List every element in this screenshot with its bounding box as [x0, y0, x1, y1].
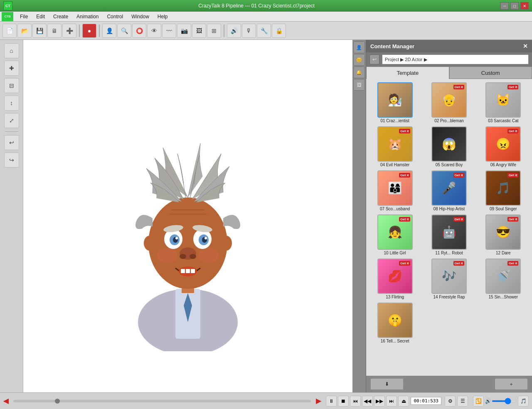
char-thumb-3[interactable]: 🐱 Get it	[485, 82, 521, 118]
toolbar-circle[interactable]: ⭕	[132, 24, 146, 38]
tool-home[interactable]: ⌂	[4, 43, 19, 58]
loop-button[interactable]: 🔁	[473, 396, 484, 407]
music-button[interactable]: 🎵	[518, 396, 529, 407]
toolbar-morph[interactable]: 〰	[162, 24, 176, 38]
list-item[interactable]: 🚿 Get it 15 Sin...Shower	[478, 259, 529, 299]
list-item[interactable]: 😎 Get it 12 Dare	[478, 214, 529, 255]
rs-face-tab[interactable]: 😊	[353, 54, 365, 66]
char-thumb-7[interactable]: 👨‍👩‍👦 Get it	[377, 170, 413, 206]
sidebar-separator	[5, 131, 18, 132]
char-thumb-13[interactable]: 💋 Get it	[377, 259, 413, 294]
menu-file[interactable]: File	[17, 13, 31, 20]
get-it-badge: Get it	[399, 261, 410, 266]
char-thumb-14[interactable]: 🎶 Get it	[431, 259, 467, 294]
list-item[interactable]: 🤖 Get it 11 Ryt... Robot	[424, 214, 474, 255]
menu-window[interactable]: Window	[128, 13, 153, 20]
pause-button[interactable]: ⏸	[326, 396, 337, 407]
toolbar-eye[interactable]: 👁	[147, 24, 161, 38]
toolbar-search[interactable]: 🔍	[117, 24, 131, 38]
list-item[interactable]: 🎶 Get it 14 Freestyle Rap	[424, 259, 474, 299]
toolbar-mic[interactable]: 🎙	[242, 24, 256, 38]
toolbar-add[interactable]: ➕	[62, 24, 76, 38]
stop-button[interactable]: ⏹	[338, 396, 349, 407]
char-thumb-16[interactable]: 🤫	[377, 303, 413, 338]
toolbar-lock[interactable]: 🔒	[272, 24, 286, 38]
tool-redo[interactable]: ↪	[4, 153, 19, 168]
app-icon: CT8	[2, 12, 13, 21]
timeline-thumb[interactable]	[55, 399, 60, 404]
skip-back-button[interactable]: ⏮	[350, 396, 361, 407]
rewind-button[interactable]: ◀◀	[362, 396, 373, 407]
toolbar-grid[interactable]: ⊞	[207, 24, 221, 38]
skip-forward-button[interactable]: ⏭	[386, 396, 397, 407]
list-item[interactable]: 👨‍👩‍👦 Get it 07 Sco...usband	[369, 170, 420, 211]
char-thumb-9[interactable]: 🎵 Get it	[485, 170, 521, 206]
toolbar-new[interactable]: 📄	[2, 24, 17, 38]
close-button[interactable]: ✕	[520, 2, 529, 10]
download-button[interactable]: ⬇	[370, 378, 404, 390]
char-thumb-4[interactable]: 🐹 Get it	[377, 126, 413, 162]
eject-button[interactable]: ⏏	[398, 396, 409, 407]
list-item[interactable]: 🧑‍🔬 01 Craz...ientist	[369, 82, 420, 123]
rs-actor-tab[interactable]: 👤	[353, 42, 365, 53]
window-title: CrazyTalk 8 Pipeline --- 01 Crazy Scient…	[198, 3, 314, 9]
nav-back-button[interactable]: ↩	[369, 54, 379, 64]
char-thumb-8[interactable]: 🎤 Get it	[431, 170, 467, 206]
char-thumb-11[interactable]: 🤖 Get it	[431, 214, 467, 250]
fast-forward-button[interactable]: ▶▶	[374, 396, 385, 407]
list-item[interactable]: 😠 Get it 06 Angry Wife	[478, 126, 529, 167]
minimize-button[interactable]: ─	[500, 2, 509, 10]
tool-fullscreen[interactable]: ⤢	[4, 113, 19, 128]
list-item[interactable]: 🐹 Get it 04 Evil Hamster	[369, 126, 420, 167]
list-item[interactable]: 👧 Get it 10 Little Girl	[369, 214, 420, 255]
close-icon[interactable]: ✕	[523, 43, 528, 49]
char-thumb-12[interactable]: 😎 Get it	[485, 214, 521, 250]
menu-animation[interactable]: Animation	[73, 13, 102, 20]
menu-control[interactable]: Control	[103, 13, 126, 20]
tool-undo[interactable]: ↩	[4, 135, 19, 150]
list-item[interactable]: 🤫 16 Tell... Secret	[369, 303, 420, 343]
tool-fit[interactable]: ↕	[4, 96, 19, 111]
menu-edit[interactable]: Edit	[33, 13, 48, 20]
maximize-button[interactable]: □	[510, 2, 519, 10]
char-thumb-15[interactable]: 🚿 Get it	[485, 259, 521, 294]
timeline-settings[interactable]: ☰	[457, 396, 468, 407]
volume-slider[interactable]	[492, 400, 517, 402]
toolbar-save[interactable]: 💾	[32, 24, 47, 38]
tool-zoom-in[interactable]: ✚	[4, 61, 19, 76]
toolbar-wrench[interactable]: 🔧	[257, 24, 271, 38]
menu-help[interactable]: Help	[154, 13, 171, 20]
toolbar-image[interactable]: 🖼	[192, 24, 206, 38]
char-thumb-2[interactable]: 👴 Get it	[431, 82, 467, 118]
list-item[interactable]: 💋 Get it 13 Flirting	[369, 259, 420, 299]
char-thumb-6[interactable]: 😠 Get it	[485, 126, 521, 162]
char-thumb-1[interactable]: 🧑‍🔬	[377, 82, 413, 118]
add-button[interactable]: ＋	[495, 378, 528, 390]
char-thumb-5[interactable]: 😱	[431, 126, 467, 162]
toolbar-audio[interactable]: 🔊	[227, 24, 241, 38]
timeline-start-marker: ◀	[3, 397, 8, 405]
char-thumb-10[interactable]: 👧 Get it	[377, 214, 413, 250]
toolbar-camera[interactable]: 📷	[177, 24, 191, 38]
rs-voice-tab[interactable]: 🔔	[353, 67, 365, 78]
rs-background-tab[interactable]: 🖼	[353, 79, 365, 91]
menu-create[interactable]: Create	[50, 13, 71, 20]
list-item[interactable]: 🎤 Get it 08 Hip-Hop Artist	[424, 170, 474, 211]
bottom-bar: ◀ ▶ ⏸ ⏹ ⏮ ◀◀ ▶▶ ⏭ ⏏ 00:01:533 ⚙ ☰ 🔁 🔊 🎵	[0, 392, 532, 409]
list-item[interactable]: 🐱 Get it 03 Sarcastic Cat	[478, 82, 529, 123]
toolbar-actor[interactable]: 👤	[102, 24, 116, 38]
char-label-13: 13 Flirting	[386, 295, 404, 299]
toolbar-export[interactable]: 🖥	[47, 24, 62, 38]
list-item[interactable]: 🎵 Get it 09 Soul Singer	[478, 170, 529, 211]
tab-custom[interactable]: Custom	[449, 67, 532, 79]
nav-path: Project ▶ 2D Actor ▶	[382, 54, 529, 64]
toolbar-open[interactable]: 📂	[17, 24, 32, 38]
tab-template[interactable]: Template	[366, 67, 449, 79]
timeline-slider[interactable]	[13, 400, 311, 402]
settings-button[interactable]: ⚙	[445, 396, 456, 407]
toolbar-record[interactable]: ●	[82, 24, 96, 38]
list-item[interactable]: 😱 05 Scared Boy	[424, 126, 474, 167]
tool-zoom-out[interactable]: ⊟	[4, 78, 19, 93]
char-label-14: 14 Freestyle Rap	[433, 295, 465, 299]
list-item[interactable]: 👴 Get it 02 Pro...bleman	[424, 82, 474, 123]
